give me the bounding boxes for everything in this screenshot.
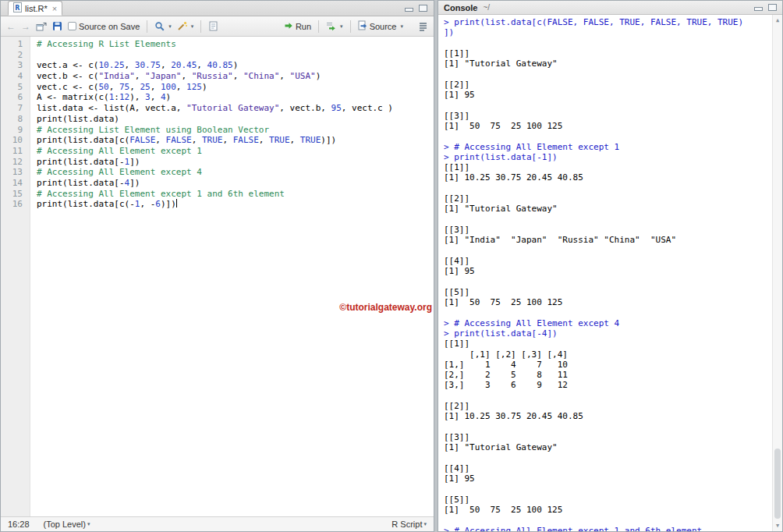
file-type-selector[interactable]: R Script ▾: [392, 520, 427, 529]
code-line[interactable]: print(list.data[-4]): [37, 178, 434, 189]
console-output-line: [[2]]: [444, 80, 770, 90]
console-scrollbar[interactable]: ▲ ▼: [772, 15, 782, 531]
line-number[interactable]: 7: [1, 103, 23, 114]
code-line[interactable]: # Accessing All Element except 4: [37, 167, 434, 178]
line-number[interactable]: 3: [1, 60, 23, 71]
editor-code[interactable]: # Accessing R List Elementsvect.a <- c(1…: [30, 37, 434, 516]
console-title: Console: [444, 3, 477, 12]
console-output-line: [3,] 3 6 9 12: [444, 380, 770, 390]
console-output-line: [[2]]: [444, 401, 770, 411]
line-number[interactable]: 12: [1, 157, 23, 168]
console-output[interactable]: > print(list.data[c(FALSE, FALSE, TRUE, …: [438, 15, 782, 531]
console-output-line: [[4]]: [444, 463, 770, 473]
line-number[interactable]: 14: [1, 178, 23, 189]
code-tools-button[interactable]: ▾: [177, 21, 194, 31]
line-number[interactable]: 6: [1, 92, 23, 103]
document-outline-icon[interactable]: [418, 22, 428, 31]
code-line[interactable]: vect.b <- c("India", "Japan", "Russia", …: [37, 71, 434, 82]
tab-label: list.R*: [25, 4, 48, 13]
console-output-line: [444, 38, 770, 48]
console-input-line: > # Accessing All Element except 1 and 6…: [444, 526, 770, 531]
maximize-icon[interactable]: [768, 4, 777, 11]
code-line[interactable]: print(list.data): [37, 114, 434, 125]
r-script-icon: R: [13, 2, 22, 14]
rstudio-window: R list.R* × ← → Source on Save: [0, 0, 783, 532]
minimize-icon[interactable]: [405, 8, 413, 12]
line-number[interactable]: 1: [1, 39, 23, 50]
code-line[interactable]: print(list.data[c(-1, -6)]): [37, 199, 434, 210]
console-output-line: [[3]]: [444, 432, 770, 442]
scrollbar-thumb[interactable]: [774, 449, 781, 519]
chevron-down-icon: ▾: [168, 23, 172, 30]
console-output-line: [1] "India" "Japan" "Russia" "China" "US…: [444, 235, 770, 245]
source-pane: R list.R* × ← → Source on Save: [0, 0, 434, 532]
forward-icon[interactable]: →: [21, 21, 30, 32]
chevron-down-icon: ▾: [340, 23, 343, 30]
code-line[interactable]: # Accessing List Element using Boolean V…: [37, 125, 434, 136]
scope-selector[interactable]: (Top Level) ▾: [44, 520, 90, 529]
console-header: Console ~/: [438, 1, 782, 15]
source-pane-window-buttons: [405, 5, 434, 16]
editor-gutter: 12345678910111213141516: [1, 37, 30, 516]
close-icon[interactable]: ×: [52, 4, 57, 13]
code-line[interactable]: # Accessing All Element except 1 and 6th…: [37, 189, 434, 200]
console-pane-window-buttons: [754, 4, 777, 11]
line-number[interactable]: 15: [1, 189, 23, 200]
line-number[interactable]: 5: [1, 82, 23, 93]
scroll-up-icon[interactable]: ▲: [773, 15, 782, 26]
console-output-line: [[4]]: [444, 256, 770, 266]
source-on-save-checkbox[interactable]: Source on Save: [68, 22, 140, 31]
console-output-line: [1] "Tutorial Gateway": [444, 442, 770, 452]
cursor-position: 16:28: [8, 520, 30, 529]
console-output-line: [1] 50 75 25 100 125: [444, 297, 770, 307]
line-number[interactable]: 8: [1, 114, 23, 125]
scroll-down-icon[interactable]: ▼: [773, 520, 782, 531]
console-output-line: [1] "Tutorial Gateway": [444, 59, 770, 69]
open-in-new-window-icon[interactable]: [36, 22, 47, 31]
find-replace-button[interactable]: ▾: [154, 21, 172, 31]
compile-report-icon[interactable]: [208, 21, 218, 31]
code-line[interactable]: vect.c <- c(50, 75, 25, 100, 125): [37, 82, 434, 93]
run-button[interactable]: Run: [284, 21, 311, 32]
code-line[interactable]: list.data <- list(A, vect.a, "Tutorial G…: [37, 103, 434, 114]
line-number[interactable]: 2: [1, 50, 23, 61]
scope-label: (Top Level): [44, 520, 86, 529]
line-number[interactable]: 16: [1, 199, 23, 210]
console-input-line: > # Accessing All Element except 4: [444, 318, 770, 328]
code-line[interactable]: print(list.data[-1]): [37, 157, 434, 168]
line-number[interactable]: 9: [1, 125, 23, 136]
console-output-line: [444, 484, 770, 494]
code-line[interactable]: A <- matrix(c(1:12), 3, 4): [37, 92, 434, 103]
code-line[interactable]: vect.a <- c(10.25, 30.75, 20.45, 40.85): [37, 60, 434, 71]
code-line[interactable]: # Accessing R List Elements: [37, 39, 434, 50]
source-toolbar: ← → Source on Save ▾ ▾: [1, 16, 434, 37]
code-line[interactable]: # Accessing All Element except 1: [37, 146, 434, 157]
tab-list-r[interactable]: R list.R* ×: [8, 1, 62, 16]
console-output-line: [444, 307, 770, 317]
console-output-line: [,1] [,2] [,3] [,4]: [444, 349, 770, 360]
line-number[interactable]: 11: [1, 146, 23, 157]
rerun-button[interactable]: ▾: [326, 21, 343, 31]
console-input-line: > print(list.data[c(FALSE, FALSE, TRUE, …: [444, 17, 770, 27]
run-label: Run: [296, 22, 311, 31]
console-working-directory[interactable]: ~/: [483, 3, 490, 12]
source-editor[interactable]: 12345678910111213141516 # Accessing R Li…: [1, 37, 434, 516]
back-icon[interactable]: ←: [6, 21, 16, 32]
console-output-line: [444, 100, 770, 110]
maximize-icon[interactable]: [419, 5, 427, 12]
console-output-line: [444, 452, 770, 463]
save-icon[interactable]: [52, 21, 62, 31]
checkbox-icon[interactable]: [68, 22, 76, 30]
line-number[interactable]: 4: [1, 71, 23, 82]
console-output-line: [2,] 2 5 8 11: [444, 370, 770, 380]
source-button[interactable]: Source ▾: [358, 20, 403, 32]
line-number[interactable]: 13: [1, 167, 23, 178]
code-line[interactable]: print(list.data[c(FALSE, FALSE, TRUE, FA…: [37, 135, 434, 146]
line-number[interactable]: 10: [1, 135, 23, 146]
code-line[interactable]: [37, 50, 434, 61]
console-input-line: ]): [444, 27, 770, 37]
console-output-line: [1] "Tutorial Gateway": [444, 204, 770, 214]
console-output-line: [[1]]: [444, 339, 770, 349]
minimize-icon[interactable]: [754, 7, 763, 11]
file-type-label: R Script: [392, 520, 422, 529]
